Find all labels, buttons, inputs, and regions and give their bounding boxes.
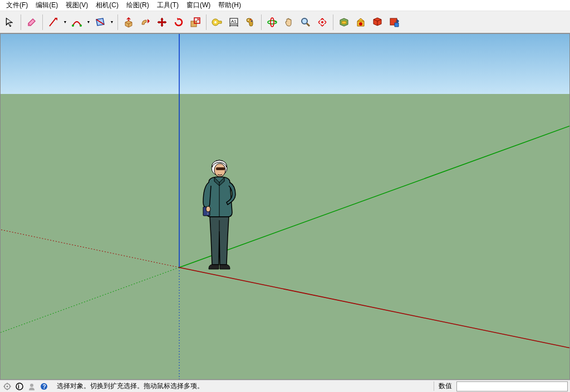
pan-tool[interactable] <box>281 14 297 30</box>
pushpull-tool[interactable] <box>121 14 136 30</box>
scale-figure[interactable] <box>195 159 251 276</box>
line-dropdown[interactable]: ▼ <box>62 20 68 24</box>
svg-point-15 <box>302 18 307 24</box>
svg-rect-18 <box>342 21 346 24</box>
svg-rect-29 <box>216 167 225 170</box>
svg-text:A1: A1 <box>231 19 237 24</box>
svg-point-19 <box>359 22 362 26</box>
menu-edit[interactable]: 编辑(E) <box>32 0 62 11</box>
dimension-tool[interactable]: A1 <box>226 14 242 30</box>
separator <box>21 14 21 30</box>
menu-view[interactable]: 视图(V) <box>62 0 92 11</box>
help-icon[interactable]: ? <box>39 381 49 391</box>
rotate-tool[interactable] <box>171 14 186 30</box>
svg-point-42 <box>30 384 33 387</box>
svg-point-40 <box>16 383 23 390</box>
viewport-3d[interactable] <box>0 33 570 380</box>
scale-tool[interactable] <box>188 14 203 30</box>
svg-point-32 <box>206 206 210 212</box>
svg-point-11 <box>250 19 251 20</box>
arc-tool[interactable] <box>69 14 85 30</box>
offset-tool[interactable] <box>137 14 153 30</box>
status-hint: 选择对象。切换到扩充选择。拖动鼠标选择多项。 <box>51 381 434 391</box>
svg-point-12 <box>251 21 252 22</box>
axes-overlay <box>1 34 570 380</box>
menu-bar: 文件(F) 编辑(E) 视图(V) 相机(C) 绘图(R) 工具(T) 窗口(W… <box>0 0 570 11</box>
menu-tools[interactable]: 工具(T) <box>153 0 183 11</box>
arc-dropdown[interactable]: ▼ <box>86 20 91 24</box>
separator <box>261 14 262 30</box>
menu-window[interactable]: 窗口(W) <box>183 0 214 11</box>
svg-point-10 <box>248 19 249 21</box>
orbit-tool[interactable] <box>264 14 280 30</box>
svg-point-6 <box>214 21 217 23</box>
separator <box>206 14 207 30</box>
select-tool[interactable] <box>2 14 18 30</box>
tape-tool[interactable] <box>209 14 225 30</box>
separator <box>333 14 333 30</box>
svg-line-24 <box>1 267 179 333</box>
svg-point-14 <box>271 18 274 27</box>
paint-tool[interactable] <box>243 14 258 30</box>
measurement-label: 数值 <box>434 381 456 391</box>
section-tool[interactable] <box>336 14 352 30</box>
toolbar: ▼ ▼ ▼ A1 <box>0 11 570 33</box>
menu-draw[interactable]: 绘图(R) <box>122 0 153 11</box>
svg-text:?: ? <box>43 384 46 390</box>
rectangle-tool[interactable] <box>92 14 108 30</box>
warehouse-tool[interactable] <box>353 14 368 30</box>
status-bar: i ? 选择对象。切换到扩充选择。拖动鼠标选择多项。 数值 <box>0 380 570 392</box>
zoom-tool[interactable] <box>298 14 313 30</box>
svg-point-17 <box>321 21 323 23</box>
svg-line-16 <box>307 23 309 26</box>
svg-text:i: i <box>18 384 19 390</box>
move-tool[interactable] <box>154 14 170 30</box>
shape-dropdown[interactable]: ▼ <box>109 20 115 24</box>
svg-rect-3 <box>191 21 196 27</box>
measurement-input[interactable] <box>456 381 568 391</box>
menu-camera[interactable]: 相机(C) <box>92 0 122 11</box>
geo-location-icon[interactable] <box>2 381 12 391</box>
zoom-extents-tool[interactable] <box>315 14 330 30</box>
extension-tool[interactable] <box>370 14 385 30</box>
eraser-tool[interactable] <box>24 14 40 30</box>
line-tool[interactable] <box>46 14 61 30</box>
menu-file[interactable]: 文件(F) <box>2 0 32 11</box>
credits-icon[interactable]: i <box>14 381 24 391</box>
svg-line-26 <box>1 230 179 267</box>
export-tool[interactable] <box>386 14 402 30</box>
svg-point-0 <box>72 24 74 27</box>
menu-help[interactable]: 帮助(H) <box>214 0 245 11</box>
separator <box>117 14 118 30</box>
svg-line-25 <box>179 267 570 348</box>
separator <box>42 14 43 30</box>
profile-icon[interactable] <box>27 381 37 391</box>
svg-point-35 <box>7 385 8 387</box>
svg-point-1 <box>80 24 82 27</box>
